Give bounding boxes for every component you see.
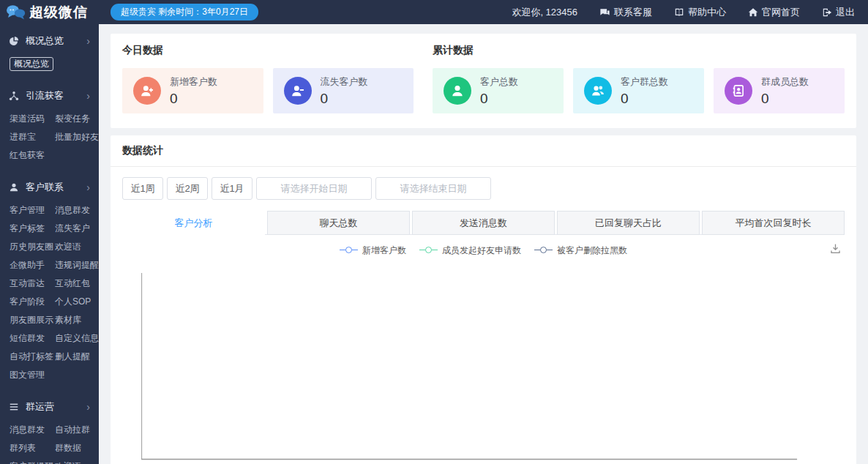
legend-label: 新增客户数: [362, 244, 406, 257]
sidebar-item[interactable]: 删人提醒: [55, 348, 99, 366]
tab-chat-total[interactable]: 聊天总数: [267, 211, 410, 235]
sidebar-item[interactable]: 红包获客: [10, 146, 55, 165]
welcome-text: 欢迎你, 123456: [512, 6, 577, 19]
legend-item-friend-requests[interactable]: 成员发起好友申请数: [419, 244, 521, 257]
sidebar-item[interactable]: 互动红包: [55, 274, 99, 293]
sidebar-item[interactable]: 裂变任务: [55, 110, 99, 128]
help-book-icon: [674, 7, 684, 18]
data-statistics-title: 数据统计: [111, 135, 856, 167]
stat-label: 客户群总数: [621, 75, 668, 89]
legend-label: 成员发起好友申请数: [442, 244, 521, 257]
section-label: 客户联系: [26, 181, 64, 194]
service-chat-icon: [599, 7, 610, 18]
sidebar-section-overview[interactable]: 概况总览 ›: [0, 29, 99, 53]
pie-chart-icon: [9, 36, 19, 46]
nav-contact-support[interactable]: 联系客服: [599, 6, 652, 19]
stat-label: 群成员总数: [761, 75, 809, 89]
sidebar-item[interactable]: 自定义信息: [55, 329, 99, 348]
sidebar-item[interactable]: 客户管理: [10, 201, 55, 220]
nav-label: 退出: [836, 6, 855, 19]
sidebar-item[interactable]: 短信群发: [10, 329, 55, 348]
sidebar-item[interactable]: 素材库: [55, 311, 99, 329]
sidebar-item[interactable]: 进群宝: [10, 128, 55, 146]
user-icon: [444, 77, 471, 105]
download-chart-button[interactable]: [829, 242, 842, 255]
tab-replied-ratio[interactable]: 已回复聊天占比: [557, 211, 700, 235]
stat-card-total-groups: 客户群总数 0: [573, 68, 704, 113]
stat-card-lost-customers: 流失客户数 0: [273, 68, 414, 113]
user-icon: [9, 182, 19, 192]
user-minus-icon: [284, 77, 312, 105]
legend-label: 被客户删除拉黑数: [557, 244, 627, 257]
tab-avg-first-reply[interactable]: 平均首次回复时长: [702, 211, 845, 235]
sidebar-item[interactable]: 历史朋友圈: [10, 238, 55, 256]
line-dot-marker-icon: [419, 247, 438, 254]
stat-value: 0: [170, 91, 217, 107]
sidebar-item[interactable]: 互动雷达: [10, 274, 55, 293]
sidebar-item[interactable]: 朋友圈展示: [10, 311, 55, 329]
sidebar-item[interactable]: 欢迎语: [55, 457, 99, 464]
sidebar-item[interactable]: 流失客户: [55, 220, 99, 238]
menu-lines-icon: [9, 402, 19, 412]
stat-card-new-customers: 新增客户数 0: [122, 68, 263, 113]
sidebar-item[interactable]: 企微助手: [10, 256, 55, 274]
range-button-1month[interactable]: 近1月: [212, 177, 252, 200]
logout-icon: [822, 7, 832, 18]
sidebar-item[interactable]: 图文管理: [10, 366, 99, 384]
sidebar-item[interactable]: 欢迎语: [55, 238, 99, 256]
nav-help-center[interactable]: 帮助中心: [674, 6, 726, 19]
legend-item-new-customers[interactable]: 新增客户数: [340, 244, 406, 257]
sidebar-item[interactable]: 消息群发: [55, 201, 99, 220]
chevron-right-icon: ›: [86, 182, 90, 192]
user-plus-icon: [133, 77, 161, 105]
sidebar-item[interactable]: 自动打标签: [10, 348, 55, 366]
sidebar-item[interactable]: 客户群提醒: [10, 457, 55, 464]
sidebar-item[interactable]: 消息群发: [10, 421, 55, 439]
nav-official-site[interactable]: 官网首页: [748, 6, 800, 19]
sidebar-item[interactable]: 群数据: [55, 439, 99, 457]
active-item-label: 概况总览: [10, 57, 53, 71]
sidebar-item-overview[interactable]: 概况总览: [10, 55, 99, 73]
range-button-2weeks[interactable]: 近2周: [167, 177, 208, 200]
date-filter-row: 近1周 近2周 近1月: [122, 177, 845, 200]
sidebar-item[interactable]: 渠道活码: [10, 110, 55, 128]
chevron-right-icon: ›: [86, 402, 90, 412]
share-network-icon: [9, 91, 19, 101]
line-chart-area: [122, 267, 845, 464]
tab-customer-analysis[interactable]: 客户分析: [122, 211, 265, 235]
sidebar-item[interactable]: 客户标签: [10, 220, 55, 238]
app-logo: 超级微信: [0, 3, 99, 22]
users-icon: [584, 77, 612, 105]
stat-value: 0: [621, 91, 668, 107]
sidebar-item[interactable]: 自动拉群: [55, 421, 99, 439]
start-date-input[interactable]: [256, 177, 372, 200]
end-date-input[interactable]: [375, 177, 491, 200]
download-icon: [829, 242, 842, 255]
stat-value: 0: [480, 91, 518, 107]
section-label: 概况总览: [26, 34, 64, 48]
nav-label: 联系客服: [614, 6, 652, 19]
sidebar-item[interactable]: 个人SOP: [55, 293, 99, 311]
legend-item-deleted-blocked[interactable]: 被客户删除拉黑数: [534, 244, 627, 257]
empty-chart-axes: [122, 267, 845, 464]
home-icon: [748, 7, 758, 18]
range-button-1week[interactable]: 近1周: [122, 177, 163, 200]
sidebar-item[interactable]: 群列表: [10, 439, 55, 457]
stat-label: 新增客户数: [170, 75, 217, 89]
today-data-title: 今日数据: [122, 44, 414, 57]
sidebar-section-acquisition[interactable]: 引流获客 ›: [0, 83, 99, 108]
tab-messages-sent[interactable]: 发送消息数: [412, 211, 555, 235]
overview-stats-panel: 今日数据 新增客户数 0 流失客户数: [111, 34, 856, 128]
stat-value: 0: [321, 91, 368, 107]
nav-logout[interactable]: 退出: [822, 6, 855, 19]
nav-label: 官网首页: [762, 6, 800, 19]
sidebar-item[interactable]: 违规词提醒: [55, 256, 99, 274]
sidebar-section-customer[interactable]: 客户联系 ›: [0, 175, 99, 200]
sidebar-item[interactable]: 批量加好友: [55, 128, 99, 146]
section-label: 引流获客: [26, 89, 64, 102]
sidebar: 概况总览 › 概况总览 引流获客 › 渠道活码 裂变任务 进群宝 批量加好友 红…: [0, 24, 99, 464]
chevron-right-icon: ›: [86, 91, 90, 101]
sidebar-section-group[interactable]: 群运营 ›: [0, 394, 99, 419]
vip-badge[interactable]: 超级贵宾 剩余时间：3年0月27日: [111, 4, 258, 20]
sidebar-item[interactable]: 客户阶段: [10, 293, 55, 311]
